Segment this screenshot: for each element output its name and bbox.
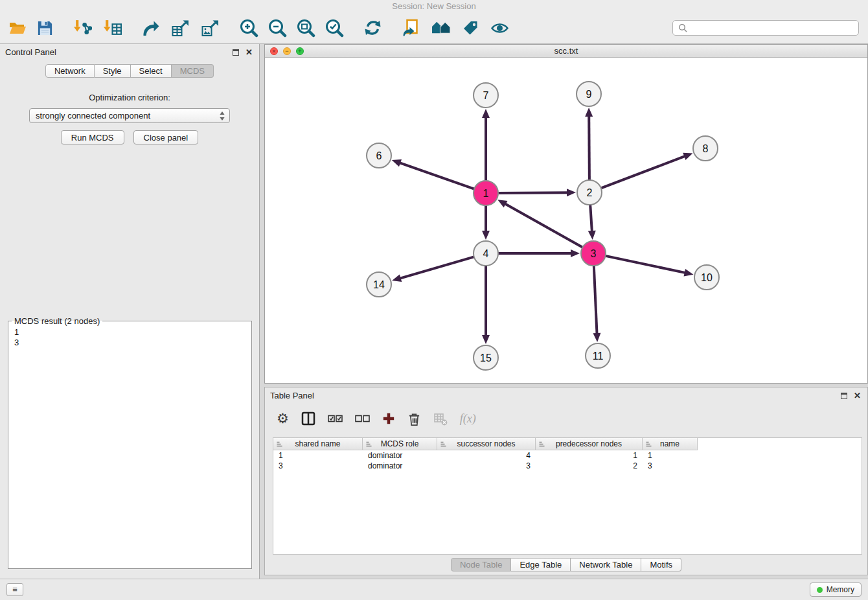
graph-node-label: 6 <box>376 150 382 161</box>
graph-edge-4-14[interactable] <box>399 257 474 279</box>
select-all-columns-button[interactable] <box>328 415 343 422</box>
export-table-button[interactable] <box>171 17 190 38</box>
graph-edge-arrow <box>593 333 601 342</box>
task-history-button[interactable]: ≡ <box>6 583 23 596</box>
search-icon <box>678 23 687 32</box>
export-image-button[interactable] <box>201 17 220 38</box>
close-panel-button[interactable]: Close panel <box>133 130 199 144</box>
maximize-window-icon[interactable]: + <box>296 47 304 55</box>
zoom-out-button[interactable] <box>268 17 287 38</box>
table-panel-title: Table Panel <box>270 391 841 400</box>
close-panel-icon[interactable]: ✕ <box>246 49 253 56</box>
share-network-button[interactable] <box>141 17 160 38</box>
graph-edge-2-8[interactable] <box>601 156 686 188</box>
save-button[interactable] <box>36 17 54 38</box>
float-table-panel-icon[interactable] <box>841 393 847 399</box>
eye-icon <box>490 19 509 37</box>
graph-edge-1-6[interactable] <box>398 163 474 189</box>
table-row[interactable]: 3dominator323 <box>273 461 862 471</box>
import-table-button[interactable] <box>103 17 122 38</box>
mcds-result-item: 3 <box>14 338 246 348</box>
mcds-result-box: MCDS result (2 nodes) 13 <box>8 316 252 569</box>
copy-document-button[interactable] <box>402 17 420 38</box>
table-cell: 1 <box>273 451 363 460</box>
control-panel-title: Control Panel <box>5 47 233 57</box>
delete-table-button[interactable] <box>433 412 448 426</box>
tab-network-table[interactable]: Network Table <box>571 558 641 571</box>
tab-style[interactable]: Style <box>95 64 131 78</box>
table-row[interactable]: 1dominator411 <box>273 450 862 461</box>
close-window-icon[interactable]: × <box>270 47 278 55</box>
graph-edge-1-2[interactable] <box>498 192 569 193</box>
graph-edge-arrow <box>392 275 402 283</box>
optimization-criterion-select[interactable]: strongly connected component <box>29 108 230 123</box>
minimize-window-icon[interactable]: − <box>283 47 291 55</box>
graph-edge-arrow <box>392 159 402 167</box>
select-arrows-icon <box>219 111 225 121</box>
graph-node-label: 9 <box>586 89 592 100</box>
label-tag-icon <box>462 19 479 36</box>
network-window-titlebar: × − + scc.txt <box>265 45 867 58</box>
import-network-button[interactable] <box>73 17 92 38</box>
graph-edge-3-1[interactable] <box>504 203 583 248</box>
graph-node-label: 2 <box>587 187 593 198</box>
table-settings-button[interactable]: ⚙ <box>277 411 289 426</box>
zoom-selected-icon <box>325 18 344 38</box>
zoom-in-button[interactable] <box>239 17 258 38</box>
graph-edge-3-11[interactable] <box>594 266 597 335</box>
tab-edge-table[interactable]: Edge Table <box>511 558 571 571</box>
memory-status-dot <box>817 587 823 593</box>
column-header-label: MCDS role <box>381 439 419 448</box>
column-header-name[interactable]: name <box>643 438 698 450</box>
search-field[interactable] <box>672 20 859 36</box>
table-toolbar: ⚙ f(x) <box>265 404 867 433</box>
column-header-shared-name[interactable]: shared name <box>273 438 363 450</box>
add-column-button[interactable] <box>382 412 395 425</box>
split-columns-icon <box>301 411 315 426</box>
graph-edge-2-3[interactable] <box>590 205 592 233</box>
column-header-predecessor-nodes[interactable]: predecessor nodes <box>536 438 643 450</box>
memory-button[interactable]: Memory <box>810 583 862 597</box>
graph-edge-arrow <box>482 231 490 240</box>
table-cell: 2 <box>536 461 643 470</box>
zoom-fit-button[interactable] <box>296 17 315 38</box>
graph-edge-2-9[interactable] <box>589 115 589 180</box>
list-icon: ≡ <box>12 584 17 594</box>
tab-motifs[interactable]: Motifs <box>641 558 681 571</box>
show-hide-button[interactable] <box>490 17 509 38</box>
graph-edge-arrow <box>588 231 596 240</box>
tab-mcds[interactable]: MCDS <box>172 64 214 78</box>
copy-document-icon <box>402 19 420 37</box>
neighbors-button[interactable] <box>431 17 451 38</box>
tab-node-table[interactable]: Node Table <box>451 558 512 571</box>
label-tag-button[interactable] <box>462 17 479 38</box>
column-header-MCDS-role[interactable]: MCDS role <box>363 438 437 450</box>
unselect-all-columns-button[interactable] <box>355 415 370 422</box>
graph-node-label: 8 <box>703 143 709 154</box>
graph-node-label: 7 <box>483 90 489 101</box>
table-panel-header: Table Panel ✕ <box>265 387 867 404</box>
network-graph-canvas[interactable]: 7968124314101511 <box>265 58 867 383</box>
column-header-label: successor nodes <box>457 439 515 448</box>
tab-select[interactable]: Select <box>131 64 172 78</box>
function-builder-button[interactable]: f(x) <box>460 412 476 426</box>
sort-icon <box>440 441 447 450</box>
graph-node-label: 1 <box>483 188 489 199</box>
column-header-successor-nodes[interactable]: successor nodes <box>437 438 536 450</box>
run-mcds-button[interactable]: Run MCDS <box>61 130 124 144</box>
unselect-all-columns-icon <box>355 415 370 422</box>
zoom-selected-button[interactable] <box>325 17 344 38</box>
graph-edge-3-10[interactable] <box>606 256 687 273</box>
memory-label: Memory <box>827 585 854 594</box>
split-columns-button[interactable] <box>301 411 315 426</box>
refresh-button[interactable] <box>363 17 382 38</box>
column-header-label: shared name <box>295 439 340 448</box>
float-panel-icon[interactable] <box>233 49 239 56</box>
table-cell: dominator <box>363 461 437 470</box>
control-panel: Control Panel ✕ NetworkStyleSelectMCDS O… <box>0 44 260 579</box>
search-input[interactable] <box>691 23 853 34</box>
tab-network[interactable]: Network <box>45 64 95 78</box>
delete-columns-button[interactable] <box>407 411 421 426</box>
close-table-panel-icon[interactable]: ✕ <box>854 392 861 400</box>
open-file-button[interactable] <box>8 17 27 38</box>
